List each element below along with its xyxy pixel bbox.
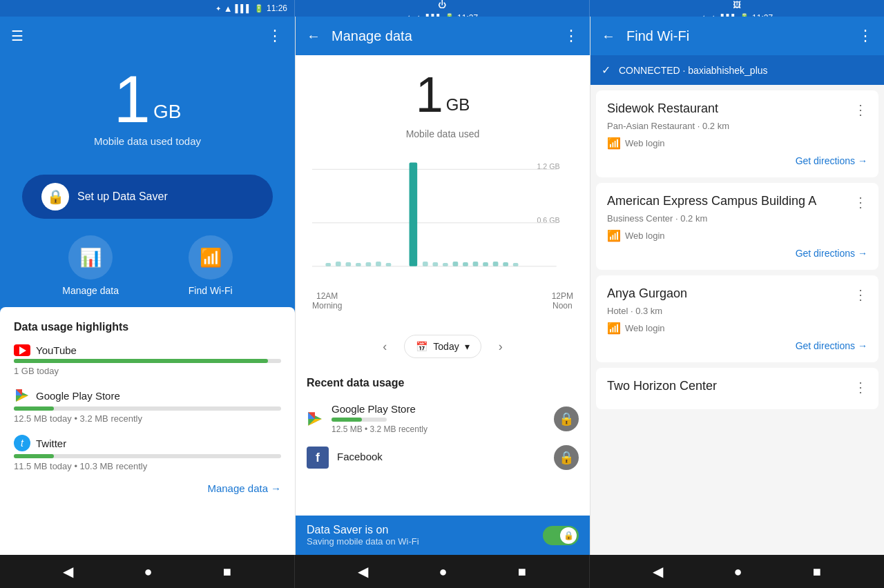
back-nav-icon2[interactable]: ◀ bbox=[358, 563, 368, 580]
svg-rect-17 bbox=[423, 262, 428, 266]
gallery-icon3: 🖼 bbox=[733, 0, 741, 10]
horizon-more-icon[interactable]: ⋮ bbox=[854, 379, 867, 395]
data-saver-label: Set up Data Saver bbox=[77, 190, 168, 203]
bottom-nav-panel1: ◀ ● ■ bbox=[0, 555, 294, 588]
calendar-icon: 📅 bbox=[416, 341, 427, 352]
panel2-manage-data: ← Manage data ⋮ 1 GB Mobile data used 1.… bbox=[295, 17, 590, 555]
data-saver-banner: Data Saver is on Saving mobile data on W… bbox=[296, 516, 590, 555]
facebook-lock-icon: 🔒 bbox=[554, 445, 579, 470]
bar-chart: 1.2 GB 0.6 GB bbox=[312, 150, 573, 288]
data-saver-icon: 🔒 bbox=[41, 183, 69, 210]
recent-nav-icon3[interactable]: ■ bbox=[813, 564, 821, 580]
back-nav-icon1[interactable]: ◀ bbox=[63, 563, 73, 580]
youtube-usage-item: YouTube 1 GB today bbox=[14, 344, 281, 376]
next-date-button[interactable]: › bbox=[487, 333, 515, 360]
youtube-bar-container bbox=[14, 359, 281, 363]
sidewok-name: Sidewok Restaurant bbox=[607, 101, 718, 116]
data-subtitle: Mobile data used today bbox=[94, 135, 201, 147]
chart-number: 1 GB bbox=[307, 66, 579, 123]
data-saver-toggle[interactable]: 🔒 bbox=[543, 526, 579, 545]
recent-playstore-info: Google Play Store 12.5 MB • 3.2 MB recen… bbox=[332, 403, 546, 434]
twitter-name: Twitter bbox=[36, 438, 66, 449]
manage-link[interactable]: Manage data → bbox=[14, 482, 281, 494]
playstore-bar-container bbox=[14, 406, 281, 411]
back-icon-panel2[interactable]: ← bbox=[307, 28, 320, 44]
sidewok-more-icon[interactable]: ⋮ bbox=[854, 101, 867, 118]
youtube-stats: 1 GB today bbox=[14, 366, 281, 376]
recent-nav-icon1[interactable]: ■ bbox=[223, 564, 231, 580]
chart-label-noon-sub: Noon bbox=[552, 301, 573, 311]
back-nav-icon3[interactable]: ◀ bbox=[653, 563, 663, 580]
date-nav: ‹ 📅 Today ▾ › bbox=[307, 327, 579, 366]
bottom-nav-panel2: ◀ ● ■ bbox=[295, 555, 589, 588]
svg-rect-15 bbox=[386, 263, 392, 266]
anya-name: Anya Gurgaon bbox=[607, 286, 687, 301]
prev-date-button[interactable]: ‹ bbox=[371, 333, 398, 360]
manage-data-icon: 📊 bbox=[68, 235, 113, 280]
chart-area: 1 GB Mobile data used 1.2 GB 0.6 GB bbox=[296, 55, 590, 322]
recent-playstore-stats: 12.5 MB • 3.2 MB recently bbox=[332, 424, 546, 434]
wifi-card-horizon: Two Horizon Center ⋮ bbox=[596, 368, 878, 409]
date-label: Today bbox=[433, 341, 459, 352]
svg-rect-18 bbox=[432, 262, 438, 266]
sidewok-wifi-icon: 📶 bbox=[607, 137, 621, 150]
date-picker-button[interactable]: 📅 Today ▾ bbox=[404, 335, 481, 358]
sidewok-login-type: Web login bbox=[625, 138, 665, 148]
sidewok-directions-link[interactable]: Get directions → bbox=[607, 155, 867, 166]
home-nav-icon1[interactable]: ● bbox=[144, 564, 152, 580]
panel3-header: ← Find Wi-Fi ⋮ bbox=[590, 17, 884, 55]
svg-rect-10 bbox=[336, 262, 341, 266]
home-nav-icon2[interactable]: ● bbox=[439, 564, 447, 580]
panel2-header: ← Manage data ⋮ bbox=[296, 17, 590, 55]
chart-label-morning-time: 12AM bbox=[316, 291, 338, 301]
anya-directions-link[interactable]: Get directions → bbox=[607, 340, 867, 351]
amex-name: American Express Campus Building A bbox=[607, 194, 816, 208]
svg-rect-25 bbox=[503, 262, 508, 266]
status-bar-panel1: ✦ ▲ ▌▌▌ 🔋 11:26 bbox=[0, 0, 294, 17]
more-options-icon[interactable]: ⋮ bbox=[267, 27, 284, 45]
banner-subtitle: Saving mobile data on Wi-Fi bbox=[307, 536, 535, 547]
panel1-data-usage: ☰ ⋮ 1 GB Mobile data used today 🔒 Set up… bbox=[0, 17, 295, 555]
more-options-panel3[interactable]: ⋮ bbox=[858, 27, 873, 45]
amex-type: Business Center · 0.2 km bbox=[607, 213, 867, 224]
svg-rect-13 bbox=[366, 262, 372, 266]
toggle-knob: 🔒 bbox=[560, 527, 577, 544]
youtube-bar bbox=[14, 359, 268, 363]
back-icon-panel3[interactable]: ← bbox=[602, 28, 615, 44]
chart-label-noon-time: 12PM bbox=[552, 291, 573, 301]
find-wifi-action[interactable]: 📶 Find Wi-Fi bbox=[189, 235, 233, 296]
svg-rect-21 bbox=[463, 262, 468, 266]
horizon-name: Two Horizon Center bbox=[607, 379, 717, 393]
manage-data-label: Manage data bbox=[62, 285, 119, 296]
amex-directions-link[interactable]: Get directions → bbox=[607, 248, 867, 259]
check-icon: ✓ bbox=[602, 63, 611, 77]
data-amount: 1 GB bbox=[114, 66, 182, 133]
data-saver-button[interactable]: 🔒 Set up Data Saver bbox=[22, 175, 273, 219]
wifi-card-anya: Anya Gurgaon ⋮ Hotel · 0.3 km 📶 Web logi… bbox=[596, 275, 878, 362]
menu-icon[interactable]: ☰ bbox=[11, 28, 23, 44]
chart-labels: 12AM Morning 12PM Noon bbox=[307, 288, 579, 311]
anya-wifi-icon: 📶 bbox=[607, 322, 621, 335]
recent-facebook-info: Facebook bbox=[337, 451, 546, 465]
dropdown-icon: ▾ bbox=[465, 341, 470, 352]
quick-actions: 📊 Manage data 📶 Find Wi-Fi bbox=[0, 230, 295, 307]
panel1-header: ☰ ⋮ bbox=[0, 17, 295, 55]
recent-facebook-item: f Facebook 🔒 bbox=[307, 440, 579, 476]
svg-rect-19 bbox=[443, 263, 448, 266]
anya-more-icon[interactable]: ⋮ bbox=[854, 286, 867, 303]
amex-login-type: Web login bbox=[625, 231, 665, 241]
twitter-usage-item: t Twitter 11.5 MB today • 10.3 MB recent… bbox=[14, 435, 281, 471]
bt-icon1: ✦ bbox=[215, 5, 221, 12]
twitter-bar-container bbox=[14, 454, 281, 458]
amex-more-icon[interactable]: ⋮ bbox=[854, 194, 867, 210]
home-nav-icon3[interactable]: ● bbox=[733, 564, 742, 580]
amex-wifi-icon: 📶 bbox=[607, 229, 621, 242]
recent-playstore-bar bbox=[332, 418, 387, 422]
data-hero: 1 GB Mobile data used today bbox=[0, 55, 295, 164]
recent-nav-icon2[interactable]: ■ bbox=[518, 564, 526, 580]
panel3-find-wifi: ← Find Wi-Fi ⋮ ✓ CONNECTED · baxiabhishe… bbox=[590, 17, 884, 555]
find-wifi-label: Find Wi-Fi bbox=[189, 285, 233, 296]
manage-data-action[interactable]: 📊 Manage data bbox=[62, 235, 119, 296]
battery-icon1: 🔋 bbox=[254, 4, 264, 13]
more-options-panel2[interactable]: ⋮ bbox=[564, 27, 579, 45]
